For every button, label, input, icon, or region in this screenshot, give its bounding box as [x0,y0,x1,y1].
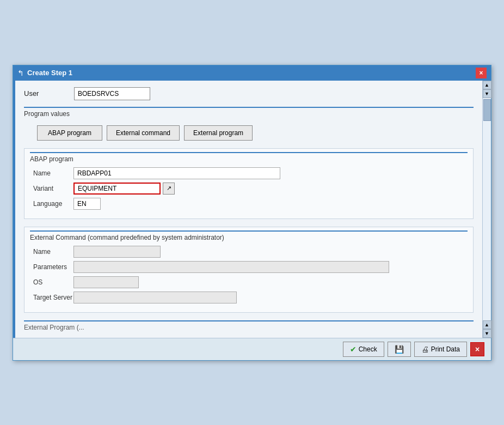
footer-partial-label: External Program (... [24,320,474,331]
print-button[interactable]: 🖨 Print Data [414,342,467,357]
ext-name-label: Name [30,248,73,256]
abap-variant-label: Variant [30,185,73,192]
scroll-down-button[interactable]: ▼ [483,329,491,338]
abap-variant-input[interactable] [73,183,161,195]
close-button[interactable]: × [476,68,487,78]
ext-target-label: Target Server [30,294,73,301]
abap-language-row: Language [30,198,468,210]
print-label: Print Data [431,345,460,353]
ext-name-input[interactable] [73,246,161,258]
ext-params-row: Parameters [30,261,468,273]
abap-name-label: Name [30,169,73,177]
user-label: User [24,89,67,98]
title-bar-left: ↰ Create Step 1 [17,69,72,77]
scroll-thumb[interactable] [483,99,491,121]
create-step-dialog: ↰ Create Step 1 × User Program values AB… [13,65,491,361]
external-command-button[interactable]: External command [107,125,180,141]
ext-os-label: OS [30,278,73,286]
save-button[interactable]: 💾 [388,342,411,357]
abap-variant-row: Variant ↗ [30,183,468,195]
external-command-section: External Command (command predefined by … [24,227,474,313]
dialog-body: User Program values ABAP program Externa… [13,81,491,338]
abap-language-label: Language [30,200,73,208]
ext-params-label: Parameters [30,263,73,271]
variant-lookup-button[interactable]: ↗ [163,183,175,195]
check-button[interactable]: ✔ Check [343,342,384,357]
bottom-toolbar: ✔ Check 💾 🖨 Print Data × [13,338,491,360]
ext-command-title: External Command (command predefined by … [30,230,468,241]
ext-os-row: OS [30,276,468,288]
print-icon: 🖨 [421,345,429,354]
ext-name-row: Name [30,246,468,258]
scroll-track [483,98,491,320]
check-icon: ✔ [350,345,357,354]
abap-program-button[interactable]: ABAP program [37,125,102,141]
save-icon: 💾 [395,345,404,354]
user-row: User [24,87,474,100]
user-input[interactable] [74,87,150,100]
program-values-buttons: ABAP program External command External p… [37,125,474,141]
lookup-icon: ↗ [167,185,171,192]
abap-name-row: Name [30,167,468,179]
cancel-icon: × [475,345,480,354]
title-bar: ↰ Create Step 1 × [13,65,491,81]
abap-section-title: ABAP program [30,152,468,163]
ext-target-row: Target Server [30,292,468,303]
dialog-title: Create Step 1 [27,69,72,77]
scrollbar[interactable]: ▲ ▼ ▲ ▼ [482,81,491,338]
program-values-title: Program values [24,108,474,121]
cancel-button[interactable]: × [470,342,484,356]
external-program-button[interactable]: External program [184,125,253,141]
program-values-section: Program values ABAP program External com… [24,107,474,141]
scroll-down-button-top[interactable]: ▼ [483,89,491,98]
abap-section: ABAP program Name Variant ↗ Language [24,148,474,219]
ext-target-input[interactable] [73,292,237,303]
scroll-up-button[interactable]: ▲ [483,81,491,89]
check-label: Check [359,345,377,353]
abap-name-input[interactable] [73,167,280,179]
abap-language-input[interactable] [73,198,101,210]
main-content: User Program values ABAP program Externa… [15,81,482,338]
ext-os-input[interactable] [73,276,139,288]
dialog-title-icon: ↰ [17,69,24,77]
ext-params-input[interactable] [73,261,389,273]
scroll-up-button-bottom[interactable]: ▲ [483,320,491,329]
